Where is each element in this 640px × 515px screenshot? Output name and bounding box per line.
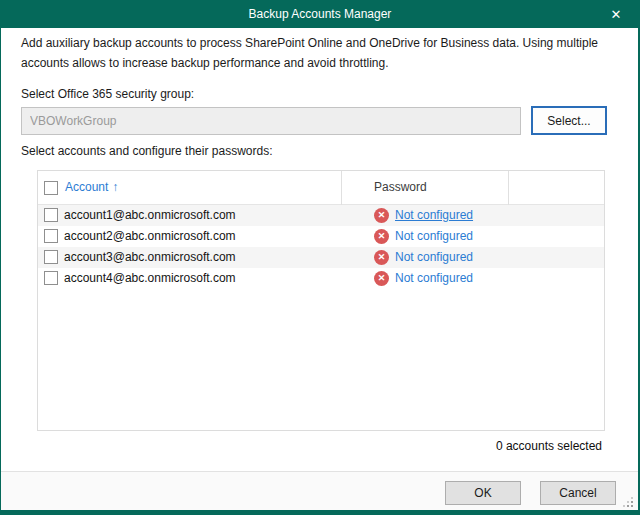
account-cell: account3@abc.onmicrosoft.com (64, 250, 236, 264)
select-group-button-label: Select... (547, 114, 590, 128)
row-checkbox[interactable] (44, 229, 58, 243)
ok-button[interactable]: OK (445, 481, 521, 505)
window-title: Backup Accounts Manager (249, 7, 392, 21)
password-status-link[interactable]: Not configured (395, 208, 473, 222)
select-all-checkbox[interactable] (44, 181, 58, 195)
row-checkbox[interactable] (44, 271, 58, 285)
row-checkbox[interactable] (44, 250, 58, 264)
resize-grip[interactable] (621, 495, 633, 507)
table-header: Account↑ Password (38, 171, 604, 205)
ok-button-label: OK (474, 486, 491, 500)
password-status-link[interactable]: Not configured (395, 271, 473, 285)
sort-ascending-icon: ↑ (112, 180, 118, 194)
table-row[interactable]: account3@abc.onmicrosoft.com ✕ Not confi… (38, 247, 604, 268)
backup-accounts-manager-dialog: Backup Accounts Manager ✕ Add auxiliary … (0, 0, 640, 515)
cancel-button[interactable]: Cancel (540, 481, 616, 505)
password-status-link[interactable]: Not configured (395, 250, 473, 264)
password-status-link[interactable]: Not configured (395, 229, 473, 243)
close-button[interactable]: ✕ (600, 0, 632, 28)
close-icon: ✕ (611, 7, 622, 22)
accounts-section-label: Select accounts and configure their pass… (21, 144, 272, 158)
titlebar[interactable]: Backup Accounts Manager ✕ (0, 0, 640, 28)
account-cell: account4@abc.onmicrosoft.com (64, 271, 236, 285)
selection-count: 0 accounts selected (496, 439, 602, 453)
security-group-label: Select Office 365 security group: (21, 87, 194, 101)
column-header-account[interactable]: Account↑ (65, 180, 118, 194)
not-configured-icon: ✕ (374, 271, 389, 286)
not-configured-icon: ✕ (374, 250, 389, 265)
not-configured-icon: ✕ (374, 208, 389, 223)
table-row[interactable]: account2@abc.onmicrosoft.com ✕ Not confi… (38, 226, 604, 247)
window-bottom-border (0, 510, 640, 515)
table-row[interactable]: account1@abc.onmicrosoft.com ✕ Not confi… (38, 205, 604, 226)
table-row[interactable]: account4@abc.onmicrosoft.com ✕ Not confi… (38, 268, 604, 289)
column-header-password[interactable]: Password (374, 180, 427, 194)
select-group-button[interactable]: Select... (531, 106, 607, 135)
account-cell: account2@abc.onmicrosoft.com (64, 229, 236, 243)
account-cell: account1@abc.onmicrosoft.com (64, 208, 236, 222)
security-group-input[interactable] (21, 107, 521, 135)
account-column-label: Account (65, 180, 108, 194)
dialog-description: Add auxiliary backup accounts to process… (21, 33, 623, 73)
column-divider (508, 171, 509, 205)
accounts-table: Account↑ Password account1@abc.onmicroso… (37, 170, 605, 431)
password-column-label: Password (374, 180, 427, 194)
cancel-button-label: Cancel (559, 486, 596, 500)
column-divider (341, 171, 342, 205)
not-configured-icon: ✕ (374, 229, 389, 244)
row-checkbox[interactable] (44, 208, 58, 222)
